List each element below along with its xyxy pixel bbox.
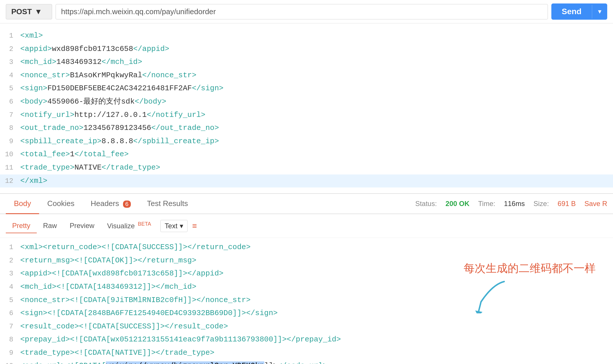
line-number: 7 bbox=[0, 110, 20, 121]
time-label: Time: bbox=[478, 200, 495, 208]
top-bar: POST ▼ Send ▼ bbox=[0, 0, 613, 23]
annotation-area: 每次生成的二维码都不一样 bbox=[464, 261, 596, 313]
line-content: <trade_type>NATIVE</trade_type> bbox=[20, 162, 160, 174]
line-content: <result_code><![CDATA[SUCCESS]]></result… bbox=[20, 321, 228, 333]
tab-test-results[interactable]: Test Results bbox=[139, 194, 196, 214]
headers-badge: 6 bbox=[123, 201, 131, 208]
size-value: 691 B bbox=[558, 200, 576, 208]
response-tabs-bar: Body Cookies Headers 6 Test Results Stat… bbox=[0, 194, 613, 214]
format-tab-preview[interactable]: Preview bbox=[63, 219, 101, 233]
line-number: 6 bbox=[0, 96, 20, 107]
line-content: <total_fee>1</total_fee> bbox=[20, 148, 129, 161]
request-line: 11 <trade_type>NATIVE</trade_type> bbox=[0, 161, 613, 174]
line-number: 9 bbox=[0, 136, 20, 147]
beta-badge: BETA bbox=[138, 221, 151, 227]
line-number: 10 bbox=[0, 361, 20, 364]
line-content: <sign><![CDATA[2848BA6F7E1254940ED4C9393… bbox=[20, 307, 278, 319]
tab-body[interactable]: Body bbox=[6, 194, 39, 214]
line-number: 1 bbox=[0, 242, 20, 253]
status-value: 200 OK bbox=[445, 200, 469, 208]
line-content: <prepay_id><![CDATA[wx05121213155141eac9… bbox=[20, 334, 341, 346]
request-line: 3 <mch_id>1483469312</mch_id> bbox=[0, 56, 613, 69]
line-number: 2 bbox=[0, 255, 20, 266]
line-number: 9 bbox=[0, 348, 20, 359]
line-number: 8 bbox=[0, 334, 20, 345]
line-number: 5 bbox=[0, 295, 20, 306]
line-content: <mch_id>1483469312</mch_id> bbox=[20, 56, 142, 68]
line-number: 11 bbox=[0, 162, 20, 173]
annotation-text: 每次生成的二维码都不一样 bbox=[464, 261, 596, 276]
response-line: 7<result_code><![CDATA[SUCCESS]]></resul… bbox=[0, 320, 613, 333]
request-line: 9 <spbill_create_ip>8.8.8.8</spbill_crea… bbox=[0, 135, 613, 148]
size-label: Size: bbox=[533, 200, 549, 208]
request-line: 12</xml> bbox=[0, 174, 613, 188]
time-value: 116ms bbox=[504, 200, 525, 208]
status-area: Status: 200 OK Time: 116ms Size: 691 B S… bbox=[415, 200, 607, 208]
method-dropdown[interactable]: POST ▼ bbox=[6, 4, 52, 19]
wrap-icon[interactable]: ≡ bbox=[192, 221, 197, 231]
line-content: <nonce_str>B1AsoKrMPqkwyRal</nonce_str> bbox=[20, 69, 197, 82]
line-number: 1 bbox=[0, 30, 20, 41]
type-chevron-icon: ▾ bbox=[180, 222, 183, 230]
line-content: <xml><return_code><![CDATA[SUCCESS]]></r… bbox=[20, 241, 251, 253]
line-number: 5 bbox=[0, 83, 20, 94]
format-tab-visualize[interactable]: Visualize BETA bbox=[101, 218, 157, 234]
request-line: 6 <body>4559066-最好的支付sdk</body> bbox=[0, 95, 613, 109]
line-content: </xml> bbox=[20, 175, 47, 187]
line-number: 4 bbox=[0, 70, 20, 81]
line-number: 8 bbox=[0, 123, 20, 134]
line-number: 2 bbox=[0, 44, 20, 55]
url-input[interactable] bbox=[56, 4, 548, 19]
response-line: 1<xml><return_code><![CDATA[SUCCESS]]></… bbox=[0, 241, 613, 254]
request-line: 8 <out_trade_no>123456789123456</out_tra… bbox=[0, 122, 613, 135]
save-response-button[interactable]: Save R bbox=[584, 200, 607, 208]
line-content: <spbill_create_ip>8.8.8.8</spbill_create… bbox=[20, 135, 219, 148]
line-content: <sign>FD150DEBF5EBE4C2AC342216481FF2AF</… bbox=[20, 82, 223, 95]
line-content: <body>4559066-最好的支付sdk</body> bbox=[20, 96, 166, 108]
line-number: 7 bbox=[0, 321, 20, 332]
line-number: 12 bbox=[0, 176, 20, 187]
tab-cookies[interactable]: Cookies bbox=[39, 194, 82, 214]
line-content: <nonce_str><![CDATA[9JiTBMlRNIB2c0fH]]><… bbox=[20, 294, 251, 306]
request-line: 5 <sign>FD150DEBF5EBE4C2AC342216481FF2AF… bbox=[0, 82, 613, 95]
line-number: 10 bbox=[0, 149, 20, 160]
line-content: <return_msg><![CDATA[OK]]></return_msg> bbox=[20, 255, 197, 267]
response-line: 8<prepay_id><![CDATA[wx05121213155141eac… bbox=[0, 333, 613, 346]
request-line: 7 <notify_url>http://127.0.0.1</notify_u… bbox=[0, 109, 613, 122]
response-line: 9<trade_type><![CDATA[NATIVE]]></trade_t… bbox=[0, 346, 613, 360]
request-line: 4 <nonce_str>B1AsoKrMPqkwyRal</nonce_str… bbox=[0, 69, 613, 82]
line-content: <notify_url>http://127.0.0.1</notify_url… bbox=[20, 109, 205, 121]
response-line: 10<code_url><![CDATA[weixin://wxpay/bizp… bbox=[0, 359, 613, 364]
line-content: <appid>wxd898fcb01713c658</appid> bbox=[20, 43, 169, 55]
line-content: <mch_id><![CDATA[1483469312]]></mch_id> bbox=[20, 281, 197, 293]
line-number: 6 bbox=[0, 308, 20, 319]
annotation-arrow bbox=[464, 279, 510, 313]
request-line: 2 <appid>wxd898fcb01713c658</appid> bbox=[0, 43, 613, 56]
request-line: 10 <total_fee>1</total_fee> bbox=[0, 148, 613, 161]
request-editor[interactable]: 1<xml>2 <appid>wxd898fcb01713c658</appid… bbox=[0, 23, 613, 194]
format-tab-pretty[interactable]: Pretty bbox=[6, 219, 37, 233]
format-tab-raw[interactable]: Raw bbox=[37, 219, 63, 233]
line-content: <trade_type><![CDATA[NATIVE]]></trade_ty… bbox=[20, 347, 214, 359]
status-label: Status: bbox=[415, 200, 437, 208]
line-content: <xml> bbox=[20, 30, 43, 42]
line-number: 3 bbox=[0, 57, 20, 68]
request-line: 1<xml> bbox=[0, 29, 613, 43]
method-chevron-icon: ▼ bbox=[35, 7, 42, 16]
line-content: <code_url><![CDATA[weixin://wxpay/bizpay… bbox=[20, 360, 327, 364]
line-content: <out_trade_no>123456789123456</out_trade… bbox=[20, 122, 219, 134]
type-dropdown[interactable]: Text ▾ bbox=[160, 220, 188, 232]
send-button[interactable]: Send ▼ bbox=[551, 3, 607, 20]
line-content: <appid><![CDATA[wxd898fcb01713c658]]></a… bbox=[20, 268, 223, 280]
send-label: Send bbox=[551, 3, 592, 20]
line-number: 3 bbox=[0, 268, 20, 279]
format-tabs: Pretty Raw Preview Visualize BETA Text ▾… bbox=[0, 214, 613, 238]
send-arrow-icon: ▼ bbox=[592, 5, 607, 19]
method-label: POST bbox=[11, 7, 32, 16]
tab-headers[interactable]: Headers 6 bbox=[82, 194, 139, 214]
line-number: 4 bbox=[0, 282, 20, 293]
type-label: Text bbox=[165, 222, 177, 230]
response-body: 1<xml><return_code><![CDATA[SUCCESS]]></… bbox=[0, 238, 613, 364]
